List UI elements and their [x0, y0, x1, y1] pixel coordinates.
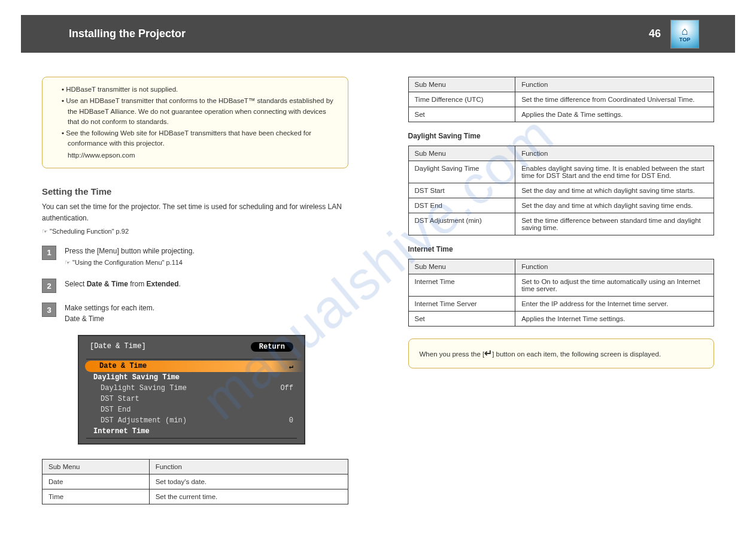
menu-title: [Date & Time]: [90, 342, 146, 352]
table-internet-time: Sub MenuFunction Internet TimeSet to On …: [408, 259, 715, 327]
menu-subitem: Daylight Saving TimeOff: [79, 383, 304, 394]
step-number-icon: 3: [42, 303, 56, 317]
left-column: HDBaseT transmitter is not supplied. Use…: [42, 77, 348, 513]
table-datetime: Sub MenuFunction DateSet today's date. T…: [42, 459, 348, 504]
table-cell: Set the time difference from Coordinated…: [515, 92, 714, 107]
step-2: 2 Select Date & Time from Extended.: [42, 279, 348, 293]
table-header: Sub Menu: [408, 146, 515, 161]
section-desc: You can set the time for the projector. …: [42, 201, 348, 224]
step-2-text-a: Select: [65, 280, 87, 288]
home-icon: ⌂: [682, 26, 688, 37]
enter-icon: ↵: [289, 362, 293, 371]
table-datetime-cont: Sub MenuFunction Time Difference (UTC)Se…: [408, 77, 715, 122]
table-cell: Set the day and time at which daylight s…: [515, 198, 714, 213]
table-header: Sub Menu: [408, 77, 515, 92]
table-cell: Set the current time.: [149, 489, 348, 504]
table-header: Sub Menu: [408, 259, 515, 274]
top-nav-button[interactable]: ⌂ TOP: [670, 20, 699, 49]
step-number-icon: 1: [42, 246, 56, 260]
table-cell: Set the day and time at which daylight s…: [515, 183, 714, 198]
note-box-2: When you press the [↵] button on each it…: [408, 338, 715, 368]
table-cell: DST Start: [408, 183, 515, 198]
cross-reference[interactable]: "Using the Configuration Menu" p.114: [65, 258, 348, 268]
table-cell: Time: [42, 489, 150, 504]
table-cell: Enables daylight saving time. It is enab…: [515, 161, 714, 183]
subheading-internet-time: Internet Time: [408, 244, 715, 255]
step-2-bold-2: Extended: [147, 280, 179, 288]
table-cell: Set: [408, 312, 515, 327]
menu-subitem: DST Start: [79, 394, 304, 404]
menu-item: Daylight Saving Time: [79, 372, 304, 383]
table-header: Function: [515, 259, 714, 274]
table-header: Function: [149, 460, 348, 474]
step-2-text-c: from: [128, 280, 147, 288]
note-url[interactable]: http://www.epson.com: [68, 152, 135, 159]
table-header: Sub Menu: [42, 460, 150, 474]
table-cell: Enter the IP address for the Internet ti…: [515, 297, 714, 312]
note2-text-a: When you press the [: [420, 350, 485, 358]
step-3-text: Make settings for each item.: [65, 304, 154, 312]
cross-reference[interactable]: "Scheduling Function" p.92: [42, 226, 348, 237]
enter-icon: ↵: [484, 348, 492, 358]
table-dst: Sub MenuFunction Daylight Saving TimeEna…: [408, 146, 715, 235]
menu-item: Internet Time: [79, 426, 304, 437]
menu-return-button: Return: [251, 342, 293, 352]
menu-subitem: DST End: [79, 404, 304, 415]
note-item: HDBaseT transmitter is not supplied.: [62, 84, 337, 95]
table-cell: Set the time difference between standard…: [515, 213, 714, 235]
step-2-bold-1: Date & Time: [87, 280, 128, 288]
page-title: Installing the Projector: [69, 28, 186, 40]
page-number: 46: [649, 28, 661, 40]
step-3: 3 Make settings for each item. Date & Ti…: [42, 303, 348, 324]
table-cell: Daylight Saving Time: [408, 161, 515, 183]
table-header: Function: [515, 77, 714, 92]
table-cell: DST Adjustment (min): [408, 213, 515, 235]
menu-subitem: DST Adjustment (min)0: [79, 415, 304, 426]
table-cell: Applies the Internet Time settings.: [515, 312, 714, 327]
table-cell: Date: [42, 474, 150, 489]
note-item: See the following Web site for HDBaseT t…: [62, 128, 337, 149]
table-cell: DST End: [408, 198, 515, 213]
note2-text-b: ] button on each item, the following scr…: [492, 350, 661, 358]
step-1-text: Press the [Menu] button while projecting…: [65, 247, 195, 255]
top-label: TOP: [679, 37, 690, 43]
table-cell: Internet Time Server: [408, 297, 515, 312]
header-right: 46 ⌂ TOP: [649, 20, 699, 49]
menu-item-selected: Date & Time↵: [85, 361, 304, 372]
subheading-dst: Daylight Saving Time: [408, 131, 715, 142]
table-cell: Set today's date.: [149, 474, 348, 489]
section-heading: Setting the Time: [42, 186, 348, 197]
menu-screenshot: [Date & Time] Return Date & Time↵ Daylig…: [78, 335, 305, 445]
note-item: Use an HDBaseT transmitter that conforms…: [62, 96, 337, 127]
table-cell: Internet Time: [408, 274, 515, 297]
step-1: 1 Press the [Menu] button while projecti…: [42, 246, 348, 270]
step-number-icon: 2: [42, 279, 56, 293]
table-cell: Applies the Date & Time settings.: [515, 107, 714, 122]
table-cell: Time Difference (UTC): [408, 92, 515, 107]
table-cell: Set to On to adjust the time automatical…: [515, 274, 714, 297]
table-cell: Set: [408, 107, 515, 122]
header-bar: Installing the Projector 46 ⌂ TOP: [21, 15, 735, 53]
note-box-1: HDBaseT transmitter is not supplied. Use…: [42, 77, 348, 168]
table-header: Function: [515, 146, 714, 161]
right-column: Sub MenuFunction Time Difference (UTC)Se…: [408, 77, 715, 513]
